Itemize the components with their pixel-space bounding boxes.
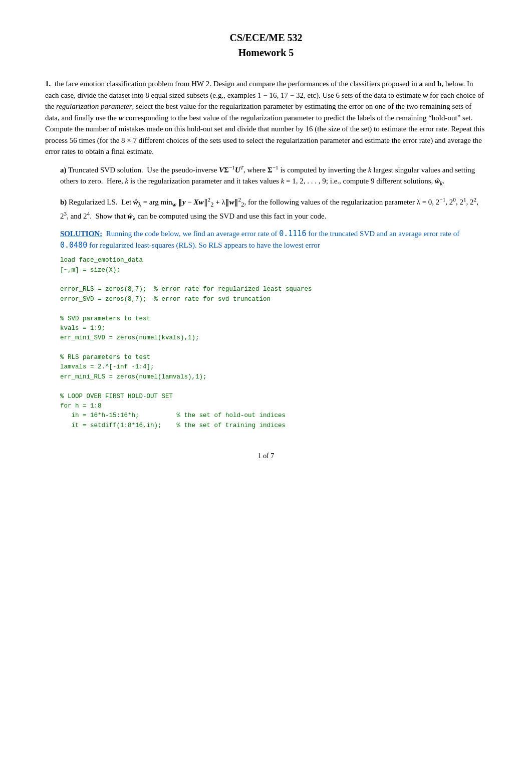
solution-description: Running the code below, we find an avera…: [60, 230, 459, 249]
sub-item-a: a) Truncated SVD solution. Use the pseud…: [60, 163, 487, 188]
problem-number: 1.: [45, 80, 51, 88]
homework-title: Homework 5: [45, 45, 487, 60]
sub-a-text: Truncated SVD solution. Use the pseudo-i…: [60, 166, 475, 185]
sub-b-label: b): [60, 198, 67, 206]
problem-1: 1. the face emotion classification probl…: [45, 78, 487, 431]
page-header: CS/ECE/ME 532 Homework 5: [45, 30, 487, 60]
page-footer: 1 of 7: [45, 451, 487, 461]
problem-1-intro: the face emotion classification problem …: [45, 80, 484, 155]
code-block: load face_emotion_data [~,m] = size(X); …: [60, 256, 487, 431]
sub-b-text: Regularized LS. Let ŵλ = arg minw ‖y − X…: [60, 198, 478, 220]
page-number: 1 of 7: [258, 452, 275, 460]
course-title: CS/ECE/ME 532: [45, 30, 487, 45]
sub-a-label: a): [60, 166, 67, 174]
sub-item-b: b) Regularized LS. Let ŵλ = arg minw ‖y …: [60, 196, 487, 431]
solution-block: SOLUTION: Running the code below, we fin…: [60, 228, 487, 251]
sub-items: a) Truncated SVD solution. Use the pseud…: [60, 163, 487, 431]
problem-list: 1. the face emotion classification probl…: [45, 78, 487, 431]
solution-label: SOLUTION:: [60, 230, 102, 238]
